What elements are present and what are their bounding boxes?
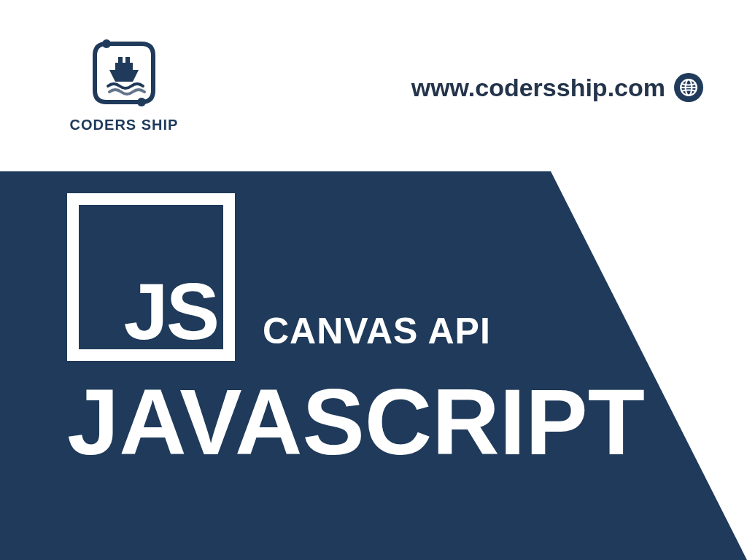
globe-icon (674, 73, 703, 102)
hero-title: JAVASCRIPT (67, 376, 645, 469)
svg-point-1 (137, 98, 146, 106)
svg-point-0 (102, 39, 111, 48)
website-url: www.codersship.com (411, 74, 665, 102)
ship-logo-icon (88, 36, 160, 109)
page-root: CODERS SHIP www.codersship.com JS CANVAS… (0, 0, 747, 560)
js-badge: JS (67, 193, 235, 361)
website-url-block: www.codersship.com (411, 73, 703, 102)
js-badge-text: JS (123, 277, 217, 346)
svg-rect-4 (115, 63, 133, 70)
hero-panel: JS CANVAS API JAVASCRIPT (0, 171, 747, 560)
brand-logo-block: CODERS SHIP (66, 36, 182, 133)
hero-subtitle: CANVAS API (263, 310, 491, 352)
brand-text: CODERS SHIP (66, 117, 182, 133)
svg-marker-5 (109, 70, 139, 82)
